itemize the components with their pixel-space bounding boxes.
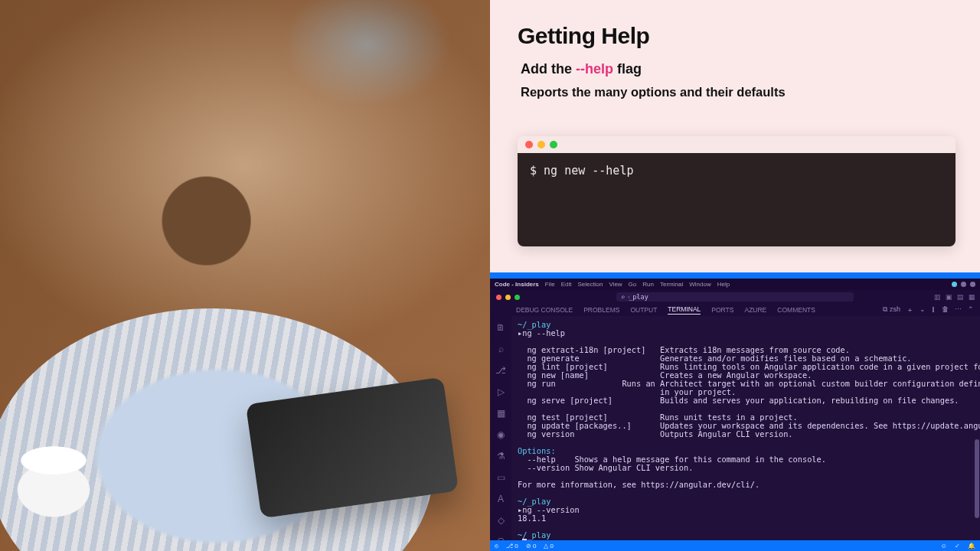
terminal-titlebar (518, 136, 956, 153)
app-name: Code - Insiders (495, 281, 539, 288)
tab-debug-console[interactable]: DEBUG CONSOLE (516, 306, 573, 314)
slide-line1-pre: Add the (521, 61, 576, 77)
misc-icon[interactable] (961, 282, 966, 287)
vscode-main: 🗎 ⌕ ⎇ ▷ ▦ ◉ ⚗ ▭ A ◇ ⎔ ∞ ◯ ⚙ ~/_play ▸ng … (490, 316, 980, 540)
tab-terminal[interactable]: TERMINAL (668, 305, 701, 315)
zoom-icon[interactable] (514, 295, 520, 300)
rec-icon[interactable] (952, 282, 957, 287)
chevron-up-icon[interactable]: ⌃ (968, 305, 974, 315)
vscode-window: Code - Insiders File Edit Selection View… (490, 272, 980, 551)
debug-icon[interactable]: ▷ (498, 386, 505, 397)
tab-azure[interactable]: AZURE (744, 306, 766, 314)
remote-status[interactable]: ⎋ (495, 543, 498, 549)
terminal-dropdown-icon[interactable]: ⌄ (920, 305, 926, 315)
notifications-icon[interactable]: 🔔 (968, 543, 975, 549)
warnings-status[interactable]: △ 0 (544, 543, 554, 549)
nav-arrows: ‹ › (628, 293, 639, 301)
hostbar-right-icons: ▥ ▣ ▤ ▦ (934, 293, 975, 301)
presenter-photo (0, 0, 490, 551)
menu-edit[interactable]: Edit (561, 281, 572, 288)
right-column: Getting Help Add the --help flag Reports… (490, 0, 980, 551)
close-icon[interactable] (496, 295, 501, 300)
remote-icon[interactable]: ◉ (497, 429, 505, 440)
extensions-icon[interactable]: ▦ (497, 408, 505, 419)
kill-terminal-icon[interactable]: 🗑 (942, 305, 949, 315)
minimize-icon[interactable] (505, 295, 511, 300)
menu-selection[interactable]: Selection (577, 281, 603, 288)
vscode-top-accent (490, 272, 980, 279)
prettier-icon[interactable]: ✓ (955, 543, 960, 549)
nav-forward-icon[interactable]: › (636, 293, 639, 301)
terminal-command: $ ng new --help (530, 164, 633, 178)
tab-ports[interactable]: PORTS (711, 306, 733, 314)
customize-layout-icon[interactable]: ▦ (969, 293, 975, 301)
more-icon[interactable]: ⋯ (955, 305, 962, 315)
slide-getting-help: Getting Help Add the --help flag Reports… (490, 0, 980, 272)
help-flag-text: --help (576, 61, 613, 77)
misc-icon[interactable]: ◇ (498, 515, 505, 526)
menu-view[interactable]: View (609, 281, 622, 288)
status-bar: ⎋ ⎇ 0 ⊘ 0 △ 0 ☺ ✓ 🔔 (490, 540, 980, 551)
terminal-view[interactable]: ~/_play ▸ng --help ng extract-i18n [proj… (511, 316, 980, 540)
layout-bottom-icon[interactable]: ▣ (946, 293, 952, 301)
close-icon[interactable] (525, 141, 533, 148)
azure-icon[interactable]: A (498, 494, 504, 504)
git-status[interactable]: ⎇ 0 (506, 543, 518, 549)
tab-output[interactable]: OUTPUT (630, 306, 657, 314)
menu-run[interactable]: Run (642, 281, 654, 288)
new-terminal-icon[interactable]: ＋ (906, 305, 913, 315)
tab-comments[interactable]: COMMENTS (777, 306, 815, 314)
slide-line1: Add the --help flag (521, 61, 952, 77)
errors-status[interactable]: ⊘ 0 (526, 543, 537, 549)
split-terminal-icon[interactable]: ⫿ (932, 305, 936, 315)
terminal-body: $ ng new --help (518, 153, 956, 246)
slide-line1-post: flag (613, 61, 642, 77)
photo-cup (0, 444, 122, 536)
tab-problems[interactable]: PROBLEMS (583, 306, 619, 314)
files-icon[interactable]: 🗎 (496, 322, 505, 333)
feedback-icon[interactable]: ☺ (941, 543, 947, 549)
docker-icon[interactable]: ▭ (497, 472, 505, 483)
testing-icon[interactable]: ⚗ (497, 451, 505, 461)
slide-line2: Reports the many options and their defau… (521, 85, 952, 99)
menu-file[interactable]: File (545, 281, 555, 288)
minimize-icon[interactable] (537, 141, 545, 148)
menu-window[interactable]: Window (689, 281, 710, 288)
shell-label[interactable]: ⧉ zsh (883, 305, 900, 315)
traffic-lights (496, 295, 520, 300)
layout-left-icon[interactable]: ▥ (934, 293, 941, 301)
layout-right-icon[interactable]: ▤ (957, 293, 964, 301)
vscode-hostbar: ‹ › ⌕ _play ▥ ▣ ▤ ▦ (490, 290, 980, 304)
slide-subtitle: Add the --help flag Reports the many opt… (521, 61, 952, 99)
panel-tabs: DEBUG CONSOLE PROBLEMS OUTPUT TERMINAL P… (490, 304, 980, 316)
search-icon[interactable]: ⌕ (498, 344, 504, 354)
misc2-icon[interactable] (970, 282, 975, 287)
slide-terminal-card: $ ng new --help (518, 136, 956, 246)
menu-go[interactable]: Go (629, 281, 637, 288)
command-center-search[interactable]: ⌕ _play (616, 292, 854, 302)
git-icon[interactable]: ⎇ (495, 365, 506, 376)
terminal-scrollbar[interactable] (975, 316, 979, 540)
menu-terminal[interactable]: Terminal (660, 281, 683, 288)
menu-help[interactable]: Help (717, 281, 730, 288)
nav-back-icon[interactable]: ‹ (628, 293, 630, 301)
slide-title: Getting Help (518, 23, 952, 49)
terminal-toolbar: ⧉ zsh ＋ ⌄ ⫿ 🗑 ⋯ ⌃ (883, 305, 980, 315)
vscode-menubar: Code - Insiders File Edit Selection View… (490, 279, 980, 290)
activity-bar: 🗎 ⌕ ⎇ ▷ ▦ ◉ ⚗ ▭ A ◇ ⎔ ∞ ◯ ⚙ (490, 316, 511, 540)
menubar-right-icons (952, 282, 975, 287)
scrollbar-thumb[interactable] (975, 439, 979, 518)
zoom-icon[interactable] (550, 141, 557, 148)
